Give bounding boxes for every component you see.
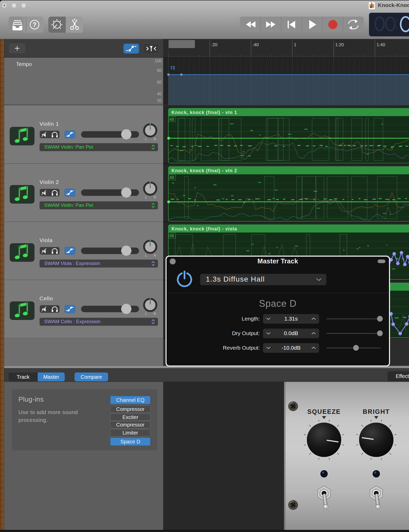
svg-text:L: L — [145, 137, 147, 141]
svg-text:BRIGHT: BRIGHT — [363, 408, 390, 415]
svg-text:R: R — [154, 254, 156, 257]
svg-text:R: R — [154, 137, 156, 141]
svg-text:R: R — [154, 312, 156, 316]
svg-text:L: L — [145, 254, 147, 257]
svg-text:R: R — [154, 196, 156, 199]
svg-text:SQUEEZE: SQUEEZE — [307, 408, 341, 415]
svg-text:L: L — [145, 312, 147, 316]
svg-text:L: L — [145, 196, 147, 199]
